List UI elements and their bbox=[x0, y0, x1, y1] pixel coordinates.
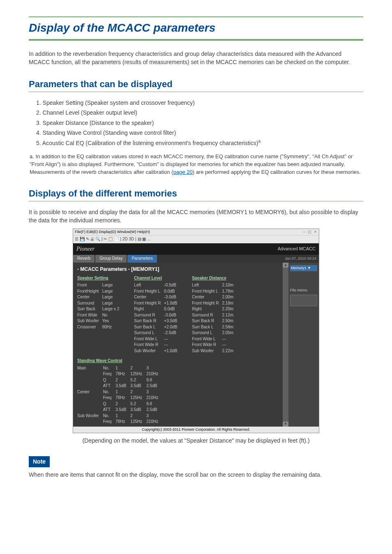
intro-paragraph: In addition to the reverberation frequen… bbox=[29, 50, 363, 67]
footnote: a. In addition to the EQ calibration val… bbox=[30, 153, 363, 176]
timestamp: Jan.07, 2010 08:24 bbox=[285, 256, 319, 261]
standing-wave-title: Standing Wave Control bbox=[77, 358, 279, 364]
page-title-text: Display of the MCACC parameters bbox=[29, 21, 215, 34]
col-speaker-setting: Speaker Setting FrontLargeFrontHeightLar… bbox=[77, 275, 122, 354]
scroll-up-icon[interactable]: ▲ bbox=[283, 263, 288, 268]
list-item-text: 5. Acoustic Cal EQ (Calibration of the l… bbox=[36, 140, 258, 146]
brand-logo: Pioneer bbox=[76, 245, 95, 253]
page-title: Display of the MCACC parameters bbox=[29, 16, 363, 41]
list-item: 3. Speaker Distance (Distance to the spe… bbox=[36, 119, 363, 127]
footnote-link[interactable]: page 20 bbox=[173, 169, 193, 175]
parameter-list: 1. Speaker Setting (Speaker system and c… bbox=[36, 99, 363, 147]
file-memo-box[interactable] bbox=[290, 295, 317, 306]
memory-selector[interactable]: Memory1 ▼ bbox=[290, 265, 317, 271]
brand-right: Advanced MCACC bbox=[278, 246, 316, 252]
footnote-suffix: ) are performed applying the EQ calibrat… bbox=[193, 169, 361, 175]
app-copyright: Copyright(c) 2003-2011 Pioneer Corporati… bbox=[73, 427, 319, 433]
tab-parameters[interactable]: Parameters bbox=[127, 255, 157, 263]
col-speaker-distance: Speaker Distance Left2.10mFront Height L… bbox=[192, 275, 237, 354]
side-panel: Memory1 ▼ File memo bbox=[288, 263, 319, 427]
scroll-down-icon[interactable]: ▼ bbox=[283, 422, 288, 427]
tab-row: Reverb Group Delay Parameters Jan.07, 20… bbox=[73, 255, 319, 263]
speaker-distance-title: Speaker Distance bbox=[192, 275, 237, 282]
note-badge: Note bbox=[29, 456, 50, 467]
list-item: 5. Acoustic Cal EQ (Calibration of the l… bbox=[36, 138, 363, 147]
content-heading: - MCACC Parameters - [MEMORY1] bbox=[77, 266, 279, 273]
col-channel-level: Channel Level Left-0.5dBFront Height L0.… bbox=[134, 275, 180, 354]
scroll-track[interactable] bbox=[283, 268, 288, 422]
footnote-superscript: a bbox=[258, 139, 261, 143]
toolbar-icons-right[interactable]: | ▤ ▦ ... bbox=[135, 237, 150, 241]
toolbar-icons[interactable]: ☰ 💾 ✎ 🖨 🔍 | ✂ 📋 📄 | bbox=[75, 237, 122, 241]
file-memo-label: File memo bbox=[290, 288, 317, 293]
list-item: 2. Channel Level (Speaker output level) bbox=[36, 108, 363, 117]
menubar[interactable]: File(F) Edit(E) Display(D) Window(W) Hel… bbox=[73, 229, 319, 235]
list-item: 1. Speaker Setting (Speaker system and c… bbox=[36, 99, 363, 107]
speaker-setting-title: Speaker Setting bbox=[77, 275, 122, 282]
scrollbar[interactable]: ▲ ▼ bbox=[283, 263, 288, 427]
list-item: 4. Standing Wave Control (Standing wave … bbox=[36, 129, 363, 137]
section-memories-intro: It is possible to receive and display th… bbox=[29, 208, 363, 225]
memory-selector-label: Memory1 bbox=[291, 266, 307, 270]
app-window: File(F) Edit(E) Display(D) Window(W) Hel… bbox=[73, 229, 319, 433]
section-memories-heading: Displays of the different memories bbox=[29, 187, 363, 201]
channel-level-title: Channel Level bbox=[134, 275, 180, 282]
screenshot-caption: (Depending on the model, the values at "… bbox=[29, 436, 363, 445]
menubar-items[interactable]: File(F) Edit(E) Display(D) Window(W) Hel… bbox=[75, 229, 150, 235]
standing-wave-block: Standing Wave Control MainNo.123Freq78Hz… bbox=[77, 358, 279, 425]
toolbar-2d3d[interactable]: 2D 3D bbox=[122, 237, 134, 241]
tab-group-delay[interactable]: Group Delay bbox=[95, 255, 127, 263]
section-params-heading: Parameters that can be displayed bbox=[29, 78, 363, 92]
content-pane: - MCACC Parameters - [MEMORY1] Speaker S… bbox=[73, 263, 283, 427]
window-controls[interactable]: – ▢ × bbox=[303, 229, 317, 235]
note-text: When there are items that cannot fit on … bbox=[29, 471, 363, 479]
toolbar[interactable]: ☰ 💾 ✎ 🖨 🔍 | ✂ 📋 📄 | 2D 3D | ▤ ▦ ... bbox=[73, 235, 319, 243]
tab-reverb[interactable]: Reverb bbox=[73, 255, 95, 263]
